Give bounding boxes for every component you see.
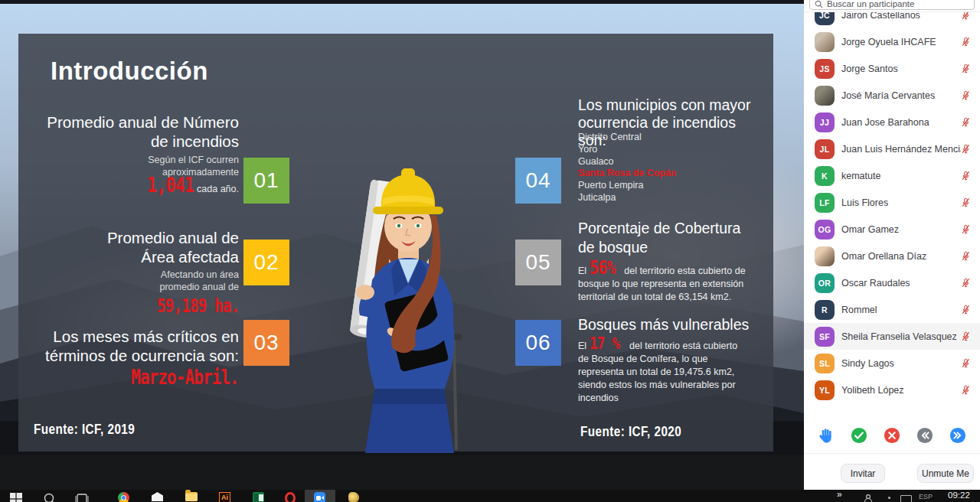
participant-row[interactable]: R Rommel — [804, 296, 980, 323]
slower-icon[interactable] — [916, 427, 933, 444]
item6-heading: Bosques más vulnerables — [578, 315, 769, 334]
municipio-item: Distrito Central — [578, 132, 762, 144]
mic-muted-icon — [961, 250, 971, 262]
participant-row[interactable]: Omar Orellana Díaz — [804, 243, 980, 269]
nonverbal-controls — [804, 427, 980, 444]
tray-dot-icon[interactable] — [888, 497, 890, 499]
participant-row[interactable]: K kematute — [804, 162, 980, 189]
number-tile-02: 02 — [243, 240, 289, 285]
municipio-item: Gualaco — [578, 156, 762, 168]
participant-list: JC Jairon Castellanos Jorge Oyuela IHCAF… — [804, 2, 980, 403]
participant-name: Sheila Franselia Velasquez — [841, 331, 957, 342]
participant-row[interactable]: OG Omar Gamez — [804, 216, 980, 243]
share-letterbox — [0, 455, 804, 490]
avatar: LF — [815, 193, 835, 213]
participant-row[interactable]: YL Yolibeth López — [804, 376, 980, 403]
avatar: OG — [815, 220, 835, 240]
participant-name: Juan Luis Hernández Mencia — [841, 144, 961, 155]
number-tile-04: 04 — [515, 158, 561, 204]
no-x-icon[interactable] — [884, 427, 900, 444]
participant-name: Luis Flores — [841, 197, 888, 208]
participant-row[interactable]: SF Sheila Franselia Velasquez — [804, 323, 980, 350]
mic-muted-icon — [961, 304, 971, 315]
excel-icon[interactable] — [253, 492, 264, 502]
start-button-icon[interactable] — [9, 492, 23, 502]
keyboard-tray-icon[interactable] — [900, 495, 912, 502]
participant-row[interactable]: OR Oscar Raudales — [804, 269, 980, 296]
item3-stat: Marzo-Abril. — [23, 366, 239, 389]
participant-search-bar: Buscar un participante — [804, 0, 980, 12]
avatar: OR — [815, 273, 835, 293]
participant-name: Juan Jose Barahona — [841, 117, 929, 128]
mic-muted-icon — [961, 384, 971, 396]
unmute-me-button[interactable]: Unmute Me — [917, 464, 974, 483]
invite-button[interactable]: Invitar — [841, 464, 885, 483]
participant-row[interactable]: JJ Juan Jose Barahona — [804, 109, 980, 135]
panel-divider — [804, 453, 980, 454]
taskbar: Ai » ESP 09:22 — [0, 490, 980, 502]
municipio-item: Puerto Lempira — [578, 180, 762, 192]
participant-name: Jorge Oyuela IHCAFE — [841, 37, 936, 47]
zoom-icon[interactable] — [314, 492, 325, 502]
file-explorer-icon[interactable] — [185, 492, 198, 501]
illustrator-icon[interactable]: Ai — [219, 492, 230, 502]
app-icon[interactable] — [348, 492, 359, 502]
task-view-icon[interactable] — [75, 492, 89, 502]
mic-muted-icon — [961, 116, 971, 128]
item2-heading: Promedio anual deÁrea afectada — [23, 229, 239, 266]
number-tile-01: 01 — [243, 158, 289, 204]
engineer-illustration — [322, 168, 505, 453]
search-icon — [815, 0, 823, 8]
item1-stat: 1,041 cada año. — [23, 173, 239, 197]
participant-name: Yolibeth López — [841, 385, 904, 396]
municipio-item: Santa Rosa de Copán — [578, 168, 762, 180]
search-input[interactable]: Buscar un participante — [809, 0, 975, 10]
mic-muted-icon — [961, 63, 971, 74]
participant-name: Sindy Lagos — [841, 358, 894, 369]
participant-row[interactable]: JL Juan Luis Hernández Mencia — [804, 135, 980, 162]
municipio-item: Yoro — [578, 144, 762, 156]
item2-stat: 59,189 ha. — [23, 295, 239, 317]
participant-name: kematute — [841, 171, 880, 181]
item3-heading: Los meses más críticos entérminos de ocu… — [8, 328, 239, 365]
mic-muted-icon — [961, 170, 971, 181]
item5-body: El 56% del territorio esta cubierto de b… — [578, 261, 757, 304]
mic-muted-icon — [961, 357, 971, 369]
mic-muted-icon — [961, 90, 971, 101]
yes-check-icon[interactable] — [851, 427, 867, 444]
chrome-icon[interactable] — [118, 492, 129, 502]
faster-icon[interactable] — [949, 427, 966, 444]
participant-name: José María Cervantes — [841, 90, 935, 101]
participant-name: Omar Gamez — [841, 224, 899, 235]
share-top-edge — [0, 0, 804, 4]
participant-name: Oscar Raudales — [841, 278, 910, 288]
zoom-app-active-highlight[interactable] — [305, 490, 335, 502]
language-indicator[interactable]: ESP — [919, 493, 933, 500]
number-tile-05: 05 — [515, 240, 561, 285]
avatar: YL — [815, 380, 835, 400]
participant-row[interactable]: JS Jorge Santos — [804, 55, 980, 82]
raise-hand-icon[interactable] — [818, 427, 835, 444]
mic-muted-icon — [961, 143, 971, 155]
opera-icon[interactable] — [285, 492, 296, 502]
mic-muted-icon — [961, 36, 971, 47]
municipio-list: Distrito CentralYoroGualacoSanta Rosa de… — [578, 132, 762, 204]
source-left: Fuente: ICF, 2019 — [34, 422, 153, 438]
search-placeholder: Buscar un participante — [827, 0, 914, 8]
participant-name: Rommel — [841, 305, 877, 315]
item1-heading: Promedio anual de Númerode incendios — [23, 113, 239, 151]
participant-row[interactable]: SL Sindy Lagos — [804, 350, 980, 376]
participants-panel: JC Jairon Castellanos Jorge Oyuela IHCAF… — [804, 0, 980, 490]
slide-title: Introducción — [51, 57, 208, 86]
avatar — [815, 32, 835, 52]
clock[interactable]: 09:22 — [948, 491, 970, 500]
tray-overflow-chevron[interactable]: » — [837, 490, 842, 500]
people-tray-icon[interactable] — [864, 494, 873, 502]
mic-muted-icon — [961, 331, 971, 342]
mail-app-icon[interactable] — [152, 492, 163, 501]
participant-row[interactable]: LF Luis Flores — [804, 189, 980, 216]
participant-row[interactable]: Jorge Oyuela IHCAFE — [804, 28, 980, 55]
participant-row[interactable]: José María Cervantes — [804, 82, 980, 109]
taskbar-search-icon[interactable] — [43, 492, 57, 502]
avatar — [815, 246, 835, 266]
